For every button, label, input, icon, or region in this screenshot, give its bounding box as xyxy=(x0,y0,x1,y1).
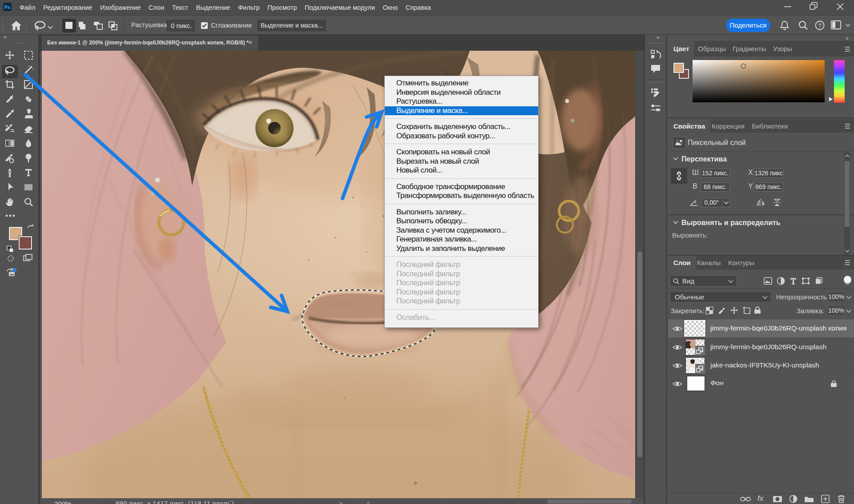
svg-text:Ps: Ps xyxy=(4,4,10,10)
svg-text:?: ? xyxy=(818,22,821,29)
